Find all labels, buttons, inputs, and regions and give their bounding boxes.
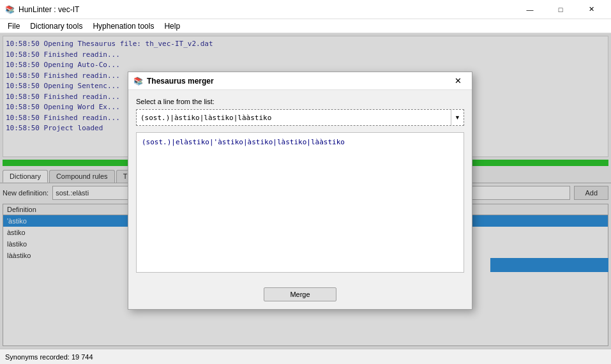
merge-button[interactable]: Merge [264, 287, 336, 301]
title-bar-left: 📚 HunLinter : vec-IT [5, 5, 79, 14]
title-bar: 📚 HunLinter : vec-IT — □ ✕ [0, 0, 611, 19]
dialog-footer: Merge [128, 282, 472, 309]
menu-file[interactable]: File [3, 20, 25, 32]
chevron-down-icon[interactable]: ▼ [451, 110, 464, 125]
title-bar-controls: — □ ✕ [515, 0, 606, 19]
dialog-text-area[interactable] [136, 132, 464, 273]
minimize-button[interactable]: — [515, 0, 545, 19]
dialog-title-left: 📚 Thesaurus merger [133, 77, 214, 86]
modal-overlay: 📚 Thesaurus merger ✕ Select a line from … [0, 33, 611, 349]
dialog-icon: 📚 [133, 77, 143, 86]
main-area: 10:58:50 Opening Thesaurus file: th_vec-… [0, 33, 611, 349]
dialog-close-button[interactable]: ✕ [449, 73, 467, 89]
status-bar: Synonyms recorded: 19 744 [0, 349, 611, 364]
dialog-dropdown-value: (sost.)|àstiko|làstiko|lààstiko [137, 111, 451, 125]
dialog-dropdown[interactable]: (sost.)|àstiko|làstiko|lààstiko ▼ [136, 109, 464, 126]
maximize-button[interactable]: □ [546, 0, 575, 19]
menu-bar: File Dictionary tools Hyphenation tools … [0, 19, 611, 33]
dialog-title: Thesaurus merger [147, 77, 214, 86]
app-title: HunLinter : vec-IT [19, 5, 79, 14]
menu-help[interactable]: Help [159, 20, 185, 32]
menu-hyphenation-tools[interactable]: Hyphenation tools [87, 20, 159, 32]
menu-dictionary-tools[interactable]: Dictionary tools [25, 20, 87, 32]
dialog-select-label: Select a line from the list: [136, 98, 464, 105]
thesaurus-merger-dialog: 📚 Thesaurus merger ✕ Select a line from … [128, 72, 472, 310]
dialog-title-bar: 📚 Thesaurus merger ✕ [128, 72, 472, 90]
status-text: Synonyms recorded: 19 744 [5, 353, 93, 361]
close-button[interactable]: ✕ [577, 0, 606, 19]
dialog-body: Select a line from the list: (sost.)|àst… [128, 90, 472, 282]
app-icon: 📚 [5, 5, 15, 14]
